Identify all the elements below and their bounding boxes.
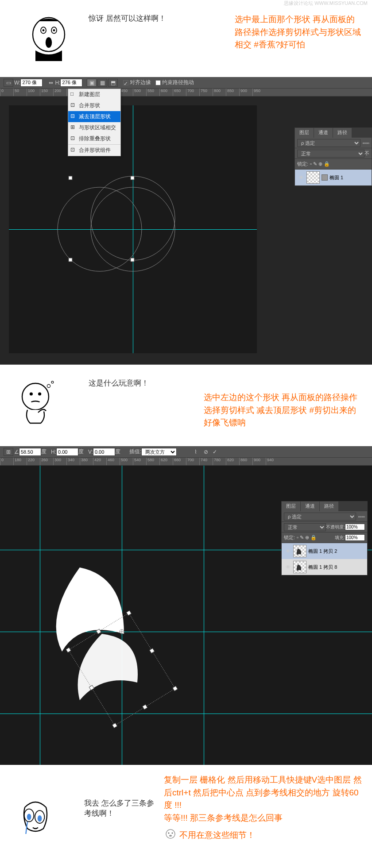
interp-label: 插值: [129,448,141,455]
svg-point-31 [27,814,31,820]
small-face-icon [164,829,177,842]
layer-thumbnail[interactable] [293,561,306,573]
svg-point-17 [51,381,54,383]
interp-select[interactable]: 两次立方 [141,448,177,456]
layer-thumbnail[interactable] [293,545,306,557]
kind-filter[interactable]: ρ 选定 [284,513,356,521]
layer-name[interactable]: 椭圆 1 拷贝 2 [308,548,337,555]
svg-rect-10 [131,176,134,180]
width-input[interactable] [20,79,43,87]
crying-face-icon [9,791,62,845]
instruction-text-3: 复制一层 栅格化 然后用移动工具快捷键V选中图层 然后ctrl+t 然后把中心点… [164,774,363,824]
svg-rect-20 [150,648,155,653]
skew-v-label: V: [88,449,93,455]
ref-point-icon[interactable]: ⊞ [4,448,13,456]
opacity-input[interactable] [345,524,365,530]
layer-row[interactable]: 👁 椭圆 1 拷贝 2 [282,543,367,559]
section1-header: 思缘设计论坛 WWW.MISSYUAN.COM 惊讶 居然可以这样啊！ 选中最上… [0,0,372,77]
svg-point-2 [43,29,45,31]
svg-rect-24 [66,648,71,652]
layers-panel-2: 图层 通道 路径 ρ 选定 ▫▫▫▫ 正常 不透明度: 锁定: ▫ ✎ ⊕ 🔒 … [281,501,368,575]
link-wh-icon[interactable]: ⇔ [49,80,53,86]
shocked-face-icon [22,13,75,66]
tab-channels[interactable]: 通道 [314,128,333,138]
cancel-transform-icon[interactable]: ⊘ [204,449,208,455]
shape-preset-icon[interactable]: ▭ [4,79,13,87]
thinking-face-icon [9,378,62,431]
svg-point-37 [169,835,172,837]
skew-h-label: H: [51,449,56,455]
photoshop-window-2: ⊞ ∠ 度 H: 度 V: 度 插值: 两次立方 ⌇ ⊘ ✓ 018022026… [0,446,372,765]
svg-rect-23 [143,705,147,710]
instruction-text-1: 选中最上面那个形状 再从面板的路径操作选择剪切样式与形状区域相交 #香蕉?好可怕 [235,13,363,51]
menu-merge-components[interactable]: ⊡合并形状组件 [68,144,120,156]
tab-layers[interactable]: 图层 [282,502,301,511]
tab-channels[interactable]: 通道 [301,502,320,511]
section3-footer: 我去 怎么多了三条参考线啊！ 复制一层 栅格化 然后用移动工具快捷键V选中图层 … [0,765,372,855]
fill-input[interactable] [345,534,365,541]
svg-point-4 [53,29,55,31]
canvas-area-1[interactable]: 图层 通道 路径 ρ 选定 ▫▫▫▫ 正常 不 锁定: ▫ ✎ ⊕ 🔒 👁 椭圆… [0,96,372,364]
menu-intersect[interactable]: ⊞与形状区域相交 [68,122,120,133]
svg-rect-12 [131,258,134,262]
fill-label: 填充: [335,535,345,541]
path-ops-button[interactable]: ▣ [87,79,97,87]
section2-header: 这是什么玩意啊！ 选中左边的这个形状 再从面板的路径操作选择剪切样式 减去顶层形… [0,365,372,446]
shape-canvas-2[interactable] [0,466,288,765]
watermark: 思缘设计论坛 WWW.MISSYUAN.COM [284,0,368,7]
menu-exclude[interactable]: ⊡排除重叠形状 [68,133,120,144]
constrain-label: 约束路径拖动 [162,79,194,86]
lock-icons[interactable]: ▫ ✎ ⊕ 🔒 [297,535,317,540]
layer-row[interactable]: 👁 椭圆 1 [295,170,372,185]
width-label: W: [14,80,20,86]
comic-face-shocked [9,13,89,68]
constrain-checkbox[interactable] [155,80,161,85]
visibility-icon[interactable]: 👁 [284,547,292,555]
options-bar-1: ▭ W: ⇔ H: ▣ ▦ ⬒ ✓ 对齐边缘 约束路径拖动 [0,77,372,89]
tab-paths[interactable]: 路径 [320,502,339,511]
instruction-text-2: 选中左边的这个形状 再从面板的路径操作选择剪切样式 减去顶层形状 #剪切出来的好… [204,391,363,429]
menu-subtract-front[interactable]: ⊟减去顶层形状 [68,111,120,122]
tab-paths[interactable]: 路径 [333,128,352,138]
align-edges-checkbox[interactable]: ✓ [123,80,128,85]
path-arrange-button[interactable]: ⬒ [108,79,118,87]
layer-name[interactable]: 椭圆 1 [329,174,343,181]
layer-mask-thumb[interactable] [322,174,328,181]
lock-label: 锁定: [284,534,295,541]
menu-new-layer[interactable]: □新建图层 [68,89,120,100]
warp-icon[interactable]: ⌇ [194,449,197,455]
lock-icons[interactable]: ▫ ✎ ⊕ 🔒 [310,161,330,167]
height-input[interactable] [60,79,82,87]
skew-h-input[interactable] [56,448,78,456]
options-bar-2: ⊞ ∠ 度 H: 度 V: 度 插值: 两次立方 ⌇ ⊘ ✓ [0,446,372,458]
photoshop-window-1: ▭ W: ⇔ H: ▣ ▦ ⬒ ✓ 对齐边缘 约束路径拖动 □新建图层 ⊡合并形… [0,77,372,365]
skew-v-input[interactable] [93,448,115,456]
tab-layers[interactable]: 图层 [295,128,314,138]
speech-text-1: 惊讶 居然可以这样啊！ [89,13,217,23]
blend-mode-select[interactable]: 正常 [297,150,364,158]
ruler-horizontal-1: 0501001502002503003504004505005506006507… [0,89,372,96]
kind-filter[interactable]: ρ 选定 [297,139,360,147]
visibility-icon[interactable]: 👁 [297,174,305,181]
svg-rect-26 [112,723,117,728]
layer-row[interactable]: 👁 椭圆 1 拷贝 8 [282,559,367,575]
opacity-label: 不透明度: [326,524,345,530]
visibility-icon[interactable]: 👁 [284,563,292,571]
menu-combine[interactable]: ⊡合并形状 [68,100,120,111]
layer-thumbnail[interactable] [306,171,320,184]
path-align-button[interactable]: ▦ [97,79,107,87]
svg-point-16 [47,384,50,387]
angle-label: ∠ [14,449,19,455]
svg-point-35 [168,833,170,834]
svg-point-5 [46,37,52,48]
svg-rect-19 [126,610,131,615]
shape-paths[interactable] [9,105,257,353]
canvas-1[interactable] [9,105,257,353]
angle-input[interactable] [19,448,41,456]
canvas-area-2[interactable]: 图层 通道 路径 ρ 选定 ▫▫▫▫ 正常 不透明度: 锁定: ▫ ✎ ⊕ 🔒 … [0,466,372,765]
svg-point-34 [166,829,175,838]
svg-rect-11 [69,258,72,262]
commit-transform-icon[interactable]: ✓ [213,449,217,455]
layer-name[interactable]: 椭圆 1 拷贝 8 [308,564,337,571]
blend-mode-select[interactable]: 正常 [284,523,326,531]
